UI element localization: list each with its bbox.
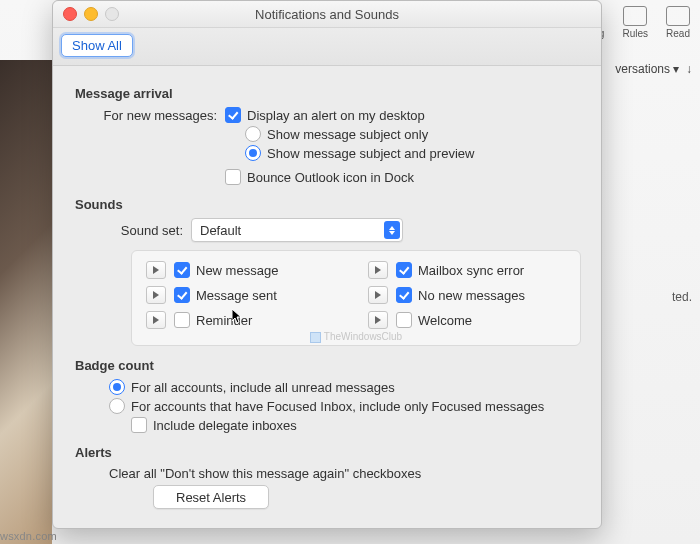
watermark-icon bbox=[310, 332, 321, 343]
close-window-button[interactable] bbox=[63, 7, 77, 21]
radio-badge-all[interactable] bbox=[109, 379, 125, 395]
ribbon-rules[interactable]: Rules bbox=[622, 6, 648, 39]
clear-alerts-text: Clear all "Don't show this message again… bbox=[109, 466, 421, 481]
sound-set-label: Sound set: bbox=[75, 223, 191, 238]
radio-subject-only[interactable] bbox=[245, 126, 261, 142]
sound-new-message: New message bbox=[146, 261, 344, 279]
radio-badge-focused[interactable] bbox=[109, 398, 125, 414]
chevron-down-icon: ▾ bbox=[673, 62, 679, 76]
envelope-icon bbox=[666, 6, 690, 26]
section-alerts: Alerts bbox=[75, 445, 579, 460]
ribbon-read[interactable]: Read bbox=[666, 6, 690, 39]
ribbon-partial: Meeting Rules Read bbox=[590, 0, 700, 66]
bounce-dock-label: Bounce Outlook icon in Dock bbox=[247, 170, 414, 185]
checkbox-sound[interactable] bbox=[396, 287, 412, 303]
badge-all-label: For all accounts, include all unread mes… bbox=[131, 380, 395, 395]
zoom-window-button-disabled bbox=[105, 7, 119, 21]
play-button[interactable] bbox=[146, 286, 166, 304]
sound-reminder: Reminder bbox=[146, 311, 344, 329]
reset-alerts-button[interactable]: Reset Alerts bbox=[153, 485, 269, 509]
preferences-window: Notifications and Sounds Show All Messag… bbox=[52, 0, 602, 529]
prefs-content: Message arrival For new messages: Displa… bbox=[53, 66, 601, 528]
checkbox-sound[interactable] bbox=[174, 262, 190, 278]
play-button[interactable] bbox=[368, 286, 388, 304]
display-alert-label: Display an alert on my desktop bbox=[247, 108, 425, 123]
sound-welcome: Welcome bbox=[368, 311, 566, 329]
checkbox-sound[interactable] bbox=[174, 287, 190, 303]
source-watermark: wsxdn.com bbox=[0, 530, 57, 542]
prefs-toolbar: Show All bbox=[53, 28, 601, 66]
play-button[interactable] bbox=[146, 311, 166, 329]
for-new-messages-label: For new messages: bbox=[75, 108, 225, 123]
window-controls bbox=[53, 7, 119, 21]
checkbox-bounce-dock[interactable] bbox=[225, 169, 241, 185]
ribbon-label: Read bbox=[666, 28, 690, 39]
section-message-arrival: Message arrival bbox=[75, 86, 579, 101]
section-sounds: Sounds bbox=[75, 197, 579, 212]
sound-set-select[interactable]: Default bbox=[191, 218, 403, 242]
sounds-box: New message Mailbox sync error Message s… bbox=[131, 250, 581, 346]
sound-message-sent: Message sent bbox=[146, 286, 344, 304]
rules-icon bbox=[623, 6, 647, 26]
play-button[interactable] bbox=[146, 261, 166, 279]
checkbox-sound[interactable] bbox=[396, 312, 412, 328]
truncated-text: ted. bbox=[672, 290, 692, 304]
play-button[interactable] bbox=[368, 311, 388, 329]
include-delegate-label: Include delegate inboxes bbox=[153, 418, 297, 433]
minimize-window-button[interactable] bbox=[84, 7, 98, 21]
ribbon-label: Rules bbox=[622, 28, 648, 39]
section-badge-count: Badge count bbox=[75, 358, 579, 373]
play-button[interactable] bbox=[368, 261, 388, 279]
radio-subject-preview[interactable] bbox=[245, 145, 261, 161]
sound-no-new: No new messages bbox=[368, 286, 566, 304]
sound-sync-error: Mailbox sync error bbox=[368, 261, 566, 279]
checkbox-sound[interactable] bbox=[174, 312, 190, 328]
window-title: Notifications and Sounds bbox=[53, 7, 601, 22]
desktop-wallpaper-strip bbox=[0, 60, 52, 544]
subject-preview-label: Show message subject and preview bbox=[267, 146, 474, 161]
conversations-dropdown-partial[interactable]: versations ▾ ↓ bbox=[615, 62, 692, 76]
checkbox-include-delegate[interactable] bbox=[131, 417, 147, 433]
watermark: TheWindowsClub bbox=[132, 331, 580, 343]
subject-only-label: Show message subject only bbox=[267, 127, 428, 142]
titlebar[interactable]: Notifications and Sounds bbox=[53, 1, 601, 28]
checkbox-sound[interactable] bbox=[396, 262, 412, 278]
show-all-button[interactable]: Show All bbox=[61, 34, 133, 57]
checkbox-display-alert[interactable] bbox=[225, 107, 241, 123]
mouse-cursor-icon bbox=[232, 309, 244, 325]
badge-focused-label: For accounts that have Focused Inbox, in… bbox=[131, 399, 544, 414]
select-stepper-icon bbox=[384, 221, 400, 239]
sound-set-value: Default bbox=[200, 223, 241, 238]
